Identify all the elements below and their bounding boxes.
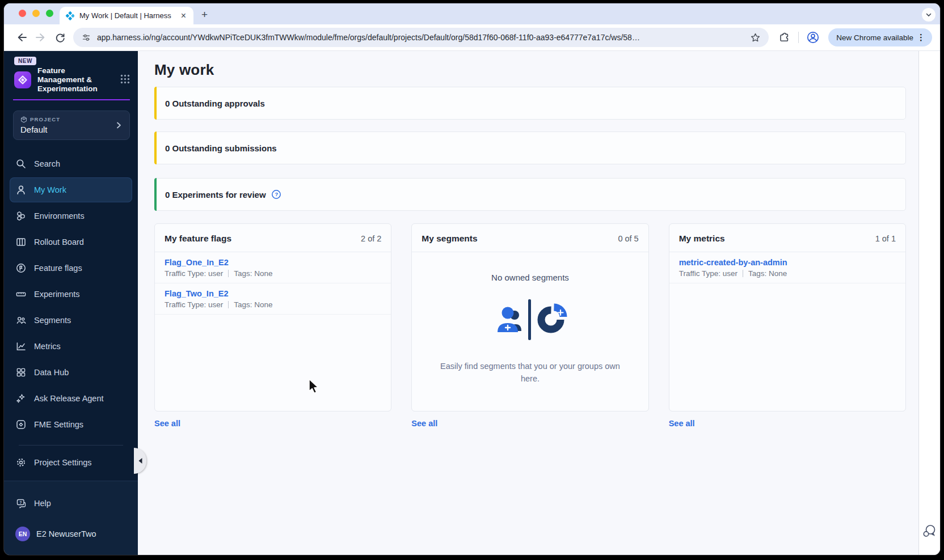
- submissions-banner: 0 Outstanding submissions: [154, 131, 906, 164]
- see-all-flags-link[interactable]: See all: [154, 419, 391, 428]
- browser-tab[interactable]: My Work | Default | Harness ×: [60, 7, 193, 24]
- maximize-window-button[interactable]: [46, 10, 53, 17]
- user-avatar: EN: [15, 527, 30, 541]
- minimize-window-button[interactable]: [32, 10, 40, 17]
- user-name: E2 NewuserTwo: [36, 529, 96, 538]
- metric-row: metric-created-by-an-admin Traffic Type:…: [669, 252, 905, 283]
- traffic-type: Traffic Type: user: [165, 269, 223, 278]
- search-icon: [15, 158, 27, 169]
- site-info-icon[interactable]: [81, 32, 91, 43]
- sidebar-item-project-settings[interactable]: Project Settings: [10, 450, 132, 475]
- people-icon: [15, 315, 27, 326]
- gear-icon: [15, 457, 27, 468]
- meta-divider: [228, 270, 229, 277]
- card-count: 2 of 2: [361, 234, 381, 243]
- traffic-type: Traffic Type: user: [679, 269, 738, 278]
- sidebar-item-rollout-board[interactable]: Rollout Board: [10, 230, 132, 254]
- segments-card: My segments 0 of 5 No owned segments: [411, 223, 648, 411]
- bookmark-star-icon[interactable]: [750, 32, 761, 43]
- svg-text:?: ?: [275, 191, 278, 197]
- sidebar-item-metrics[interactable]: Metrics: [10, 334, 132, 359]
- board-columns-icon: [15, 236, 27, 248]
- sidebar-item-feature-flags[interactable]: Feature flags: [10, 256, 132, 281]
- see-all-metrics-link[interactable]: See all: [669, 419, 906, 428]
- traffic-type: Traffic Type: user: [165, 300, 223, 309]
- chat-widget-icon[interactable]: [921, 523, 937, 541]
- sidebar-divider: [19, 445, 123, 446]
- sidebar-item-data-hub[interactable]: Data Hub: [10, 360, 132, 385]
- main-content: My work 0 Outstanding approvals 0 Outsta…: [138, 51, 918, 555]
- chrome-update-chip[interactable]: New Chrome available ⋮: [828, 28, 932, 46]
- accent-underline: [13, 99, 130, 100]
- help-label: Help: [34, 499, 51, 508]
- sidebar-item-label: FME Settings: [34, 420, 83, 429]
- toolbar-divider: [798, 32, 799, 43]
- sidebar-item-segments[interactable]: Segments: [10, 308, 132, 333]
- sidebar-header: NEW Feature Management & Experimentation: [4, 51, 138, 100]
- forward-button[interactable]: [31, 28, 50, 47]
- close-window-button[interactable]: [19, 10, 26, 17]
- scrollbar-strip[interactable]: [918, 51, 940, 555]
- line-chart-icon: [15, 341, 27, 352]
- sidebar-item-label: Feature flags: [34, 264, 82, 273]
- browser-menu-icon[interactable]: ⋮: [913, 32, 929, 43]
- sidebar-item-label: Metrics: [34, 342, 61, 351]
- sidebar-item-search[interactable]: Search: [10, 151, 132, 176]
- tags: Tags: None: [748, 269, 787, 278]
- sidebar-item-fme-settings[interactable]: FME Settings: [10, 412, 132, 437]
- sidebar-item-experiments[interactable]: Experiments: [10, 282, 132, 307]
- collapse-arrow-icon: [138, 457, 143, 464]
- browser-toolbar: app.harness.io/ng/account/YWdkwNPiTceDUK…: [4, 24, 940, 51]
- project-cube-icon: [20, 116, 27, 123]
- reload-button[interactable]: [50, 28, 70, 47]
- user-icon: [15, 184, 27, 196]
- sparkle-icon: [15, 393, 27, 404]
- sidebar-item-label: Search: [34, 159, 60, 168]
- profile-icon[interactable]: [803, 28, 823, 47]
- sidebar-item-environments[interactable]: Environments: [10, 203, 132, 228]
- submissions-banner-label: 0 Outstanding submissions: [165, 143, 277, 153]
- svg-text:?: ?: [19, 500, 22, 504]
- tab-search-chevron-button[interactable]: [922, 8, 935, 22]
- sidebar-item-label: Environments: [34, 211, 85, 220]
- back-button[interactable]: [12, 28, 31, 47]
- new-badge: NEW: [14, 57, 36, 65]
- empty-state-heading: No owned segments: [491, 273, 569, 282]
- tab-close-icon[interactable]: ×: [179, 11, 188, 20]
- help-button[interactable]: ? Help: [10, 491, 132, 515]
- sidebar-item-label: Rollout Board: [34, 237, 84, 247]
- card-title: My feature flags: [165, 234, 231, 244]
- sidebar-item-ask-release-agent[interactable]: Ask Release Agent: [10, 386, 132, 411]
- fme-settings-icon: [15, 419, 27, 430]
- ruler-icon: [15, 289, 27, 300]
- fme-app-logo-icon: [13, 70, 32, 90]
- metric-link[interactable]: metric-created-by-an-admin: [679, 258, 896, 267]
- flag-link[interactable]: Flag_Two_In_E2: [165, 289, 381, 298]
- project-name: Default: [20, 125, 115, 134]
- help-chat-icon: ?: [15, 498, 27, 509]
- sidebar-item-label: Data Hub: [34, 368, 69, 377]
- sidebar-item-label: Experiments: [34, 290, 80, 299]
- sidebar-nav: Search My Work Environments: [4, 151, 138, 476]
- flag-link[interactable]: Flag_One_In_E2: [165, 258, 381, 267]
- page-title: My work: [154, 61, 906, 79]
- extensions-icon[interactable]: [774, 28, 794, 47]
- tags: Tags: None: [234, 300, 272, 309]
- browser-window: My Work | Default | Harness × + app.harn…: [4, 3, 940, 555]
- approvals-banner: 0 Outstanding approvals: [154, 87, 906, 120]
- data-hub-icon: [15, 367, 27, 378]
- url-bar[interactable]: app.harness.io/ng/account/YWdkwNPiTceDUK…: [73, 28, 769, 47]
- sidebar-item-my-work[interactable]: My Work: [10, 177, 132, 202]
- module-grid-icon[interactable]: [120, 74, 130, 86]
- url-text[interactable]: app.harness.io/ng/account/YWdkwNPiTceDUK…: [97, 33, 745, 42]
- segments-empty-illustration-icon: [487, 296, 572, 346]
- new-tab-button[interactable]: +: [201, 9, 208, 21]
- meta-divider: [228, 301, 229, 308]
- help-tooltip-icon[interactable]: ?: [271, 189, 281, 200]
- sidebar-item-label: Ask Release Agent: [34, 394, 104, 403]
- environments-icon: [15, 210, 27, 222]
- sidebar-footer: ? Help EN E2 NewuserTwo: [4, 481, 138, 555]
- user-menu[interactable]: EN E2 NewuserTwo: [10, 522, 132, 546]
- project-selector[interactable]: PROJECT Default: [13, 111, 130, 140]
- see-all-segments-link[interactable]: See all: [411, 419, 648, 428]
